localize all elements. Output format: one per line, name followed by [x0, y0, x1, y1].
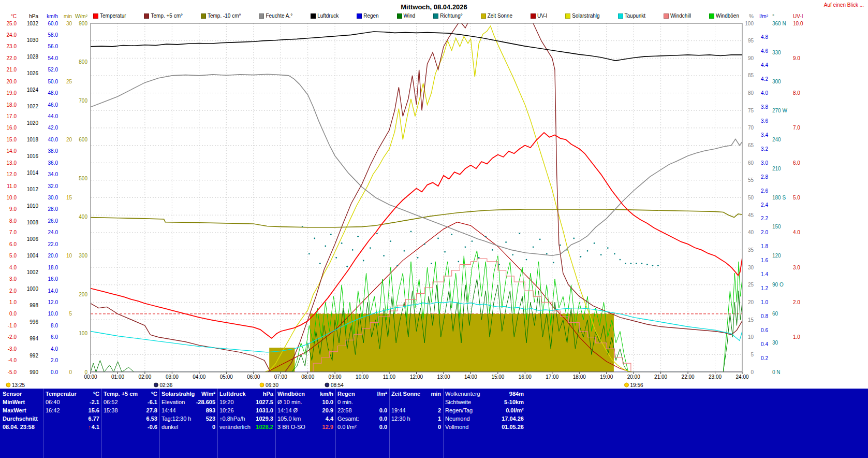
- axis-label-deg: 330: [772, 50, 781, 55]
- axis-label-uvi: 1.0: [793, 334, 800, 340]
- stats-cell-value: 10.0: [322, 398, 333, 406]
- series-richtung: [512, 254, 513, 255]
- axis-label-lm2: 3.8: [761, 104, 768, 110]
- legend-label: Richtung°: [440, 13, 462, 19]
- series-richtung: [505, 241, 507, 243]
- axis-label-pct: 50: [748, 195, 754, 201]
- axis-label-wm2: 300: [79, 253, 87, 259]
- stats-info-cell: Sichtweite5-10km: [443, 398, 868, 406]
- stats-cell-label: veränderlich: [219, 423, 251, 431]
- series-richtung: [346, 266, 348, 267]
- x-axis-label: 22:00: [682, 374, 695, 380]
- axis-label-kmh: 18.0: [48, 265, 58, 270]
- axis-label-deg: 90 O: [772, 282, 784, 288]
- series-richtung: [424, 244, 425, 245]
- axis-label-degC: 21.0: [7, 67, 17, 73]
- axis-label-lm2: 2.8: [761, 174, 768, 180]
- axis-label-lm2: 0.8: [761, 313, 768, 319]
- series-richtung: [498, 264, 500, 265]
- x-axis-label: 13:00: [437, 374, 450, 380]
- axis-label-kmh: 38.0: [48, 148, 58, 154]
- stats-column-unit: W/m²: [201, 390, 215, 398]
- stats-row-label: Sensor: [0, 390, 43, 398]
- stats-header-cell: SolarstrahlgW/m²: [159, 390, 217, 398]
- moon-icon: [325, 383, 329, 387]
- axis-label-kmh: 32.0: [48, 183, 58, 189]
- axis-label-hPa: 1020: [27, 120, 39, 126]
- stats-cell-label: 15:38: [104, 406, 118, 414]
- axis-label-degC: 4.0: [9, 265, 17, 270]
- stats-cell-value: 1027.5: [256, 398, 273, 406]
- stats-column-title: Regen: [337, 390, 355, 398]
- x-axis-label: 01:00: [111, 374, 124, 380]
- stats-cell-label: 06:52: [104, 398, 118, 406]
- legend-swatch-temp-10-cm: [201, 13, 206, 19]
- x-axis-label: 20:00: [627, 374, 640, 380]
- stats-cell-label: 19:44: [391, 406, 406, 414]
- axis-label-wm2: 200: [79, 292, 87, 297]
- legend-item-temperatur: Temperatur: [93, 13, 126, 19]
- stats-cell: dunkel0: [159, 423, 217, 431]
- x-axis-label: 05:00: [220, 374, 233, 380]
- x-axis-label: 24:00: [735, 374, 748, 380]
- legend-swatch-regen: [357, 13, 362, 19]
- stats-info-inner: Regen/Tag0.0l/m²: [445, 406, 524, 414]
- legend-label: UV-I: [537, 13, 547, 19]
- at-a-glance-link[interactable]: Auf einen Blick ...: [824, 2, 864, 8]
- axis-label-hPa: 1028: [27, 54, 39, 60]
- axis-label-kmh: 10.0: [48, 311, 58, 317]
- stats-info-label: Wolkenunterg: [445, 390, 480, 398]
- stats-cell-label: 0.0 l/m²: [337, 423, 357, 431]
- axis-label-min: 0: [69, 369, 72, 375]
- legend-item-luftdruck: Luftdruck: [311, 13, 339, 19]
- legend-swatch-uv-i: [531, 13, 536, 19]
- stats-info-value: 01.05.26: [502, 423, 524, 431]
- stats-cell: 14:44893: [159, 406, 217, 414]
- axis-label-hPa: 1024: [27, 87, 39, 93]
- series-richtung: [625, 263, 626, 264]
- stats-cell: 0.0 l/m²0.0: [335, 423, 389, 431]
- axis-label-lm2: 1.4: [761, 271, 768, 277]
- stats-cell-value: 27.8: [146, 406, 157, 414]
- axis-label-kmh: 26.0: [48, 218, 58, 224]
- axis-label-lm2: 4.4: [761, 62, 768, 68]
- axis-label-pct: 70: [748, 125, 754, 131]
- axis-label-hPa: 1002: [27, 269, 39, 275]
- axis-label-pct: 25: [748, 282, 754, 288]
- axis-label-min: 30: [66, 21, 72, 26]
- series-richtung: [614, 253, 615, 255]
- axis-label-lm2: 0.4: [761, 341, 768, 347]
- stats-column-separator: [275, 389, 276, 458]
- stats-cell-value: 4.4: [326, 414, 333, 423]
- stats-cell: ↑0.8hPa/h1029.3: [217, 414, 275, 423]
- axis-label-lm2: 2.0: [761, 230, 768, 235]
- series-richtung: [533, 246, 534, 248]
- stats-cell: -0.6: [101, 423, 159, 431]
- stats-row-label: MaxWert: [0, 406, 43, 414]
- stats-cell-label: Tag:12:30 h: [161, 414, 192, 423]
- axis-label-degC: 10.0: [7, 195, 17, 201]
- axis-label-hPa: 1006: [27, 236, 39, 242]
- series-richtung: [396, 265, 398, 266]
- axis-label-uvi: 8.0: [793, 90, 800, 96]
- stats-info-cell: Wolkenunterg984m: [443, 390, 868, 398]
- axis-label-deg: 300: [772, 79, 781, 84]
- axis-label-wm2: 700: [79, 98, 87, 104]
- axis-label-degC: 14.0: [7, 148, 17, 154]
- stats-cell: 19:201027.5: [217, 398, 275, 406]
- legend-label: Temp. -10 cm°: [208, 13, 241, 19]
- axis-label-degC: 18.0: [7, 102, 17, 108]
- axis-label-wm2: 500: [79, 176, 87, 181]
- stats-cell-label: Gesamt:: [337, 414, 359, 423]
- stats-row-label: 08.04. 23:58: [0, 423, 43, 431]
- axis-label-pct: 75: [748, 108, 754, 113]
- axis-unit-hPa: hPa: [29, 13, 38, 19]
- stats-cell-label: 23:58: [337, 406, 352, 414]
- axis-label-degC: 23.0: [7, 44, 17, 49]
- legend-swatch-temp-5-cm: [144, 13, 149, 19]
- series-richtung: [657, 265, 659, 266]
- stats-cell-label: 19:20: [219, 398, 234, 406]
- stats-cell: 16:4215.6: [43, 406, 101, 414]
- axis-label-pct: 35: [748, 247, 754, 253]
- stats-cell-value: 1031.0: [256, 406, 273, 414]
